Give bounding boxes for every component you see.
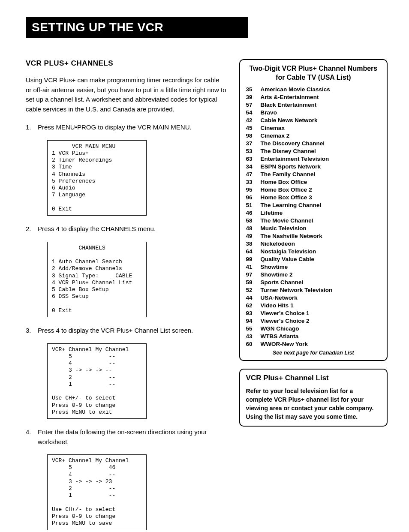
channel-row: 96Home Box Office 3 bbox=[246, 194, 381, 201]
channel-number: 55 bbox=[246, 325, 261, 332]
channel-row: 34ESPN Sports Network bbox=[246, 163, 381, 171]
channel-row: 55WGN Chicago bbox=[246, 325, 381, 333]
channel-row: 64Nostalgia Television bbox=[246, 248, 381, 255]
channel-row: 98Cinemax 2 bbox=[246, 132, 381, 140]
channel-number: 38 bbox=[246, 240, 261, 247]
channel-row: 48Music Television bbox=[246, 225, 381, 232]
channel-row: 51The Learning Channel bbox=[246, 201, 381, 209]
step-2: 2. Press 4 to display the CHANNELS menu. bbox=[26, 224, 226, 234]
step-text: Press 4 to display the CHANNELS menu. bbox=[38, 224, 156, 234]
step-text: Enter the data following the on-screen d… bbox=[38, 427, 226, 447]
channel-name: Sports Channel bbox=[261, 279, 304, 286]
channel-row: 45Cinemax bbox=[246, 124, 381, 132]
channel-number: 41 bbox=[246, 264, 261, 270]
channel-number: 96 bbox=[246, 194, 261, 201]
channel-number: 99 bbox=[246, 256, 261, 262]
channel-row: 46Lifetime bbox=[246, 209, 381, 217]
channel-name: The Learning Channel bbox=[261, 202, 322, 208]
channel-number: 47 bbox=[246, 171, 261, 177]
right-column: Two-Digit VCR Plus+ Channel Numbers for … bbox=[239, 59, 388, 434]
page-banner: SETTING UP THE VCR bbox=[26, 17, 248, 38]
channel-number: 53 bbox=[246, 148, 261, 154]
section-title: VCR PLUS+ CHANNELS bbox=[26, 59, 226, 68]
channel-row: 44USA-Network bbox=[246, 294, 381, 302]
channel-number: 57 bbox=[246, 102, 261, 108]
channel-name: Video Hits 1 bbox=[261, 302, 294, 309]
channel-number: 43 bbox=[246, 333, 261, 340]
channel-name: Nickelodeon bbox=[261, 240, 295, 247]
channel-row: 43WTBS Atlanta bbox=[246, 333, 381, 340]
step-text: Press MENU•PROG to display the VCR MAIN … bbox=[38, 123, 192, 132]
step-number: 2. bbox=[26, 224, 38, 234]
tip-box-body: Refer to your local television list for … bbox=[246, 387, 381, 421]
channel-row: 37The Discovery Channel bbox=[246, 140, 381, 147]
channel-row: 41Showtime bbox=[246, 263, 381, 271]
channel-row: 57Black Entertainment bbox=[246, 101, 381, 109]
channel-row: 38Nickelodeon bbox=[246, 240, 381, 248]
channel-name: Music Television bbox=[261, 225, 307, 231]
channel-name: Turner Network Television bbox=[261, 287, 333, 293]
channel-row: 93Viewer's Choice 1 bbox=[246, 310, 381, 317]
usa-box-title: Two-Digit VCR Plus+ Channel Numbers for … bbox=[246, 64, 381, 82]
channel-name: Showtime 2 bbox=[261, 271, 293, 278]
channel-number: 33 bbox=[246, 179, 261, 185]
channel-number: 39 bbox=[246, 94, 261, 100]
channel-number: 93 bbox=[246, 310, 261, 316]
channel-row: 60WWOR-New York bbox=[246, 340, 381, 348]
channel-name: Entertainment Television bbox=[261, 156, 329, 162]
channel-number: 98 bbox=[246, 132, 261, 139]
channel-number: 46 bbox=[246, 210, 261, 216]
channel-number: 64 bbox=[246, 248, 261, 255]
channel-row: 97Showtime 2 bbox=[246, 271, 381, 279]
channel-row: 33Home Box Office bbox=[246, 178, 381, 186]
channel-number: 45 bbox=[246, 125, 261, 131]
channel-number: 58 bbox=[246, 217, 261, 224]
channel-number: 95 bbox=[246, 186, 261, 193]
channel-name: The Discovery Channel bbox=[261, 140, 325, 147]
channel-number: 59 bbox=[246, 279, 261, 286]
channel-number: 54 bbox=[246, 109, 261, 116]
channel-row: 63Entertainment Television bbox=[246, 155, 381, 163]
channel-name: WGN Chicago bbox=[261, 325, 299, 332]
screen-main-menu: VCR MAIN MENU 1 VCR Plus+ 2 Timer Record… bbox=[47, 140, 147, 216]
channel-name: Arts &-Entertainment bbox=[261, 94, 319, 100]
usa-channel-box: Two-Digit VCR Plus+ Channel Numbers for … bbox=[239, 59, 388, 361]
channel-name: The Disney Channel bbox=[261, 148, 316, 154]
channel-name: Black Entertainment bbox=[261, 102, 317, 108]
channel-name: The Family Channel bbox=[261, 171, 316, 177]
channel-row: 53The Disney Channel bbox=[246, 147, 381, 155]
channel-row: 95Home Box Office 2 bbox=[246, 186, 381, 194]
channel-row: 35American Movie Classics bbox=[246, 86, 381, 93]
channel-name: USA-Network bbox=[261, 295, 298, 301]
channel-name: WWOR-New York bbox=[261, 341, 308, 347]
channel-name: Showtime bbox=[261, 264, 288, 270]
channel-number: 37 bbox=[246, 140, 261, 147]
channel-row: 39Arts &-Entertainment bbox=[246, 93, 381, 101]
channel-row: 52Turner Network Television bbox=[246, 286, 381, 294]
channel-number: 62 bbox=[246, 302, 261, 309]
tip-box-title: VCR Plus+ Channel List bbox=[246, 374, 381, 382]
channel-row: 54Bravo bbox=[246, 109, 381, 117]
channel-number: 44 bbox=[246, 295, 261, 301]
step-number: 1. bbox=[26, 123, 38, 132]
screen-vcrlist-1: VCR+ Channel My Channel 5 -- 4 -- 3 -> -… bbox=[47, 343, 147, 419]
channel-name: Nostalgia Television bbox=[261, 248, 316, 255]
channel-row: 42Cable News Network bbox=[246, 117, 381, 124]
channel-number: 49 bbox=[246, 233, 261, 239]
channel-name: Home Box Office 3 bbox=[261, 194, 312, 201]
channel-row: 49The Nashville Network bbox=[246, 232, 381, 240]
channel-number: 42 bbox=[246, 117, 261, 123]
channel-number: 60 bbox=[246, 341, 261, 347]
step-1: 1. Press MENU•PROG to display the VCR MA… bbox=[26, 123, 226, 132]
channel-number: 34 bbox=[246, 163, 261, 170]
channel-name: Lifetime bbox=[261, 210, 283, 216]
channel-number: 48 bbox=[246, 225, 261, 231]
channel-row: 94Viewer's Choice 2 bbox=[246, 317, 381, 325]
channel-number: 52 bbox=[246, 287, 261, 293]
channel-name: American Movie Classics bbox=[261, 86, 330, 93]
channel-name: WTBS Atlanta bbox=[261, 333, 299, 340]
channel-name: Viewer's Choice 1 bbox=[261, 310, 310, 316]
step-number: 4. bbox=[26, 427, 38, 447]
channel-row: 99Quality Value Cable bbox=[246, 255, 381, 263]
channel-row: 47The Family Channel bbox=[246, 171, 381, 178]
